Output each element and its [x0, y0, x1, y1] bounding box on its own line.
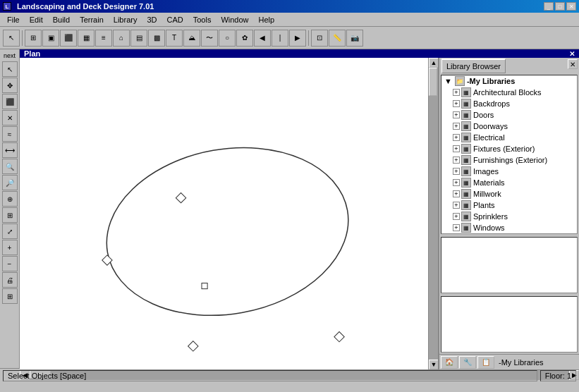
tree-item-plants[interactable]: + ▦ Plants [441, 200, 577, 211]
tool-texture[interactable]: ▤ [130, 30, 147, 47]
tool-back[interactable]: ◀ [254, 30, 271, 47]
menu-3d[interactable]: 3D [142, 14, 161, 25]
expand-fixtures[interactable]: + [453, 145, 460, 152]
status-floor: Floor: 1 [540, 370, 576, 381]
tool-box[interactable]: ▣ [42, 30, 59, 47]
fixtures-icon: ▦ [461, 144, 471, 154]
tree-item-sprinklers[interactable]: + ▦ Sprinklers [441, 211, 577, 222]
menu-window[interactable]: Window [217, 14, 252, 25]
tool-layout[interactable]: ⊡ [311, 30, 328, 47]
tree-item-images[interactable]: + ▦ Images [441, 166, 577, 177]
plan-close[interactable]: ✕ [569, 50, 575, 58]
expand-furnishings[interactable]: + [453, 157, 460, 164]
tree-item-fixtures[interactable]: + ▦ Fixtures (Exterior) [441, 143, 577, 154]
tool-camera[interactable]: 📷 [346, 30, 363, 47]
doorways-label: Doorways [473, 122, 508, 130]
tool-forward[interactable]: ▶ [289, 30, 306, 47]
scroll-down[interactable]: ▼ [429, 360, 439, 369]
images-label: Images [473, 167, 499, 176]
tree-item-materials[interactable]: + ▦ Materials [441, 177, 577, 188]
minimize-button[interactable]: _ [544, 2, 554, 11]
tree-item-arch-blocks[interactable]: + ▦ Architectural Blocks [441, 87, 577, 98]
tool-arrow[interactable]: ↖ [3, 30, 20, 47]
left-tool-print[interactable]: 🖨 [2, 272, 18, 288]
maximize-button[interactable]: □ [555, 2, 565, 11]
tree-item-doorways[interactable]: + ▦ Doorways [441, 121, 577, 132]
tool-terrain-flat[interactable]: 〜 [201, 30, 218, 47]
left-tool-measure[interactable]: ⟷ [2, 142, 18, 158]
expand-doorways[interactable]: + [453, 123, 460, 130]
left-tool-extra[interactable]: ⊞ [2, 288, 18, 304]
vertical-scrollbar[interactable]: ▲ ▼ [428, 58, 438, 369]
left-tool-zoom-fit[interactable]: ⊕ [2, 191, 18, 207]
expand-materials[interactable]: + [453, 179, 460, 186]
sprinklers-icon: ▦ [461, 212, 471, 221]
images-icon: ▦ [461, 166, 471, 176]
expand-millwork[interactable]: + [453, 190, 460, 197]
tool-line[interactable]: | [272, 30, 288, 47]
tool-plant[interactable]: ✿ [236, 30, 253, 47]
tool-stairs[interactable]: ≡ [95, 30, 112, 47]
library-browser-tab[interactable]: Library Browser [441, 59, 506, 73]
tree-root-item[interactable]: ▼ 📁 -My Libraries [441, 75, 577, 87]
left-tool-zoom-area[interactable]: ⊞ [2, 207, 18, 223]
menu-edit[interactable]: Edit [25, 14, 47, 25]
menu-library[interactable]: Library [109, 14, 142, 25]
expand-images[interactable]: + [453, 168, 460, 175]
panel-close-button[interactable]: ✕ [568, 59, 578, 69]
expand-sprinklers[interactable]: + [453, 213, 460, 220]
tool-text[interactable]: T [166, 30, 183, 47]
tree-item-doors[interactable]: + ▦ Doors [441, 109, 577, 121]
left-tool-draw[interactable]: ⬛ [2, 94, 18, 109]
expand-backdrops[interactable]: + [453, 100, 460, 107]
expand-windows[interactable]: + [453, 224, 460, 231]
menu-tools[interactable]: Tools [189, 14, 216, 25]
expand-arch-blocks[interactable]: + [453, 89, 460, 96]
tool-grid[interactable]: ⊞ [25, 30, 42, 47]
left-tool-zoom-in[interactable]: 🔍 [2, 159, 18, 174]
tree-item-furnishings[interactable]: + ▦ Furnishings (Exterior) [441, 154, 577, 166]
lib-btn-2[interactable]: 🔧 [459, 356, 476, 369]
menu-file[interactable]: File [3, 14, 24, 25]
left-tool-minus[interactable]: − [2, 256, 18, 271]
title-bar: L Landscaping and Deck Designer 7.01 _ □… [0, 0, 579, 13]
lib-btn-1[interactable]: 🏠 [441, 356, 458, 369]
status-action: Select Objects [Space] [3, 370, 537, 381]
materials-label: Materials [473, 178, 505, 187]
backdrops-icon: ▦ [461, 99, 471, 109]
tool-roof[interactable]: ⌂ [113, 30, 130, 47]
library-tree[interactable]: ▼ 📁 -My Libraries + ▦ Architectural Bloc… [441, 75, 578, 234]
tool-3d-box[interactable]: ⬛ [60, 30, 77, 47]
expand-doors[interactable]: + [453, 111, 460, 118]
left-tool-select[interactable]: ↖ [2, 61, 18, 77]
scroll-up[interactable]: ▲ [429, 58, 439, 68]
tool-terrain-hills[interactable]: ⛰ [183, 30, 200, 47]
menu-terrain[interactable]: Terrain [75, 14, 108, 25]
lib-btn-3[interactable]: 📋 [477, 356, 494, 369]
tool-paint[interactable]: ▩ [148, 30, 165, 47]
left-tool-zoom-out[interactable]: 🔎 [2, 175, 18, 190]
windows-label: Windows [473, 223, 505, 232]
tree-item-windows[interactable]: + ▦ Windows [441, 222, 577, 233]
menu-build[interactable]: Build [49, 14, 74, 25]
scroll-thumb-v[interactable] [429, 68, 437, 96]
canvas-area[interactable] [20, 58, 428, 369]
left-tool-add[interactable]: + [2, 240, 18, 255]
tool-circle[interactable]: ○ [219, 30, 236, 47]
left-tool-move[interactable]: ✥ [2, 78, 18, 93]
left-tool-cross[interactable]: ✕ [2, 110, 18, 125]
tree-item-millwork[interactable]: + ▦ Millwork [441, 188, 577, 200]
close-button[interactable]: ✕ [566, 2, 576, 11]
menu-help[interactable]: Help [255, 14, 279, 25]
tree-item-electrical[interactable]: + ▦ Electrical [441, 132, 577, 143]
left-tool-expand[interactable]: ⤢ [2, 223, 18, 239]
backdrops-label: Backdrops [473, 99, 510, 108]
menu-cad[interactable]: CAD [162, 14, 187, 25]
tool-walls[interactable]: ▦ [78, 30, 95, 47]
expand-electrical[interactable]: + [453, 134, 460, 141]
scroll-track-v[interactable] [429, 68, 438, 360]
expand-plants[interactable]: + [453, 202, 460, 209]
tree-item-backdrops[interactable]: + ▦ Backdrops [441, 98, 577, 109]
tool-measure[interactable]: 📏 [329, 30, 346, 47]
left-tool-terrain[interactable]: ≈ [2, 126, 18, 142]
